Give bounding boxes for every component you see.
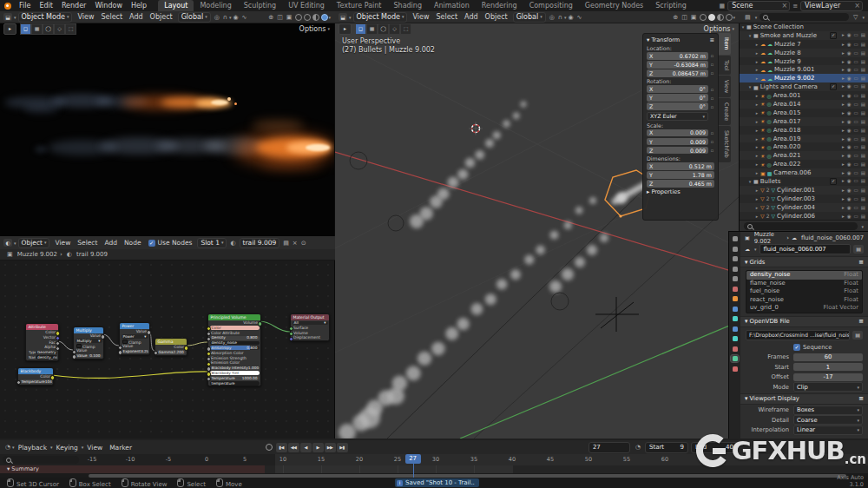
viewport-disable-icon[interactable]: ▭ (854, 170, 858, 175)
node-color-swatch[interactable]: Color (210, 326, 260, 330)
selectable-toggle-icon[interactable]: ▸ (842, 196, 845, 201)
selectable-toggle-icon[interactable]: ▸ (842, 42, 845, 47)
tweak-select-icon[interactable]: ◻ (20, 23, 31, 35)
properties-tab-output[interactable] (731, 255, 739, 262)
output-socket[interactable] (56, 331, 60, 335)
properties-collapsed-header[interactable]: ▸ Properties (647, 188, 714, 195)
outliner-row-area-001[interactable]: ▸☀◎Area.001▸◉▭▤ (740, 91, 868, 100)
use-nodes-checkbox[interactable]: ✓Use Nodes (148, 239, 193, 247)
orientation-dropdown[interactable]: Global▾ (513, 12, 546, 23)
pivot-point-icon[interactable]: ◎ (548, 14, 556, 21)
lasso-select-icon[interactable]: ◇ (389, 23, 400, 35)
outliner-row-scene-collection[interactable]: ▾▦Scene Collection (740, 23, 868, 31)
node-dropdown[interactable]: Power▾ (122, 334, 148, 339)
output-socket[interactable] (258, 321, 262, 326)
hide-eye-icon[interactable]: ◉ (847, 144, 852, 149)
grid-row-fuel-noise[interactable]: fuel_noiseFloat (746, 287, 862, 296)
viewport-disable-icon[interactable]: ▭ (854, 110, 858, 115)
viewport-disable-icon[interactable]: ▭ (854, 128, 858, 133)
viewport-menu-view[interactable]: View (409, 13, 432, 21)
sidebar-tab-sketchfab[interactable]: Sketchfab (719, 126, 731, 162)
viewport-disable-icon[interactable]: ▭ (854, 196, 858, 201)
hide-eye-icon[interactable]: ◉ (847, 50, 852, 56)
scene-selector[interactable]: Scene× (727, 1, 790, 11)
render-disable-icon[interactable]: ▤ (861, 50, 865, 56)
field-value[interactable]: -17 (793, 373, 863, 381)
collection-checkbox[interactable]: ✓ (830, 32, 837, 39)
properties-tab-particles[interactable] (731, 315, 739, 322)
disclosure-icon[interactable]: ▸ (753, 42, 760, 47)
workspace-tab-shading[interactable]: Shading (387, 0, 428, 11)
properties-tab-tool[interactable] (731, 235, 739, 242)
sequence-checkbox[interactable]: ✓Sequence (793, 344, 832, 351)
section-menu-icon[interactable]: ≡ (858, 318, 864, 325)
selectable-toggle-icon[interactable]: ▸ (842, 102, 845, 107)
disclosure-icon[interactable]: ▾ (746, 179, 753, 184)
output-socket[interactable] (56, 346, 60, 351)
properties-tab-constraints[interactable] (731, 335, 739, 342)
selectable-toggle-icon[interactable]: ▸ (842, 76, 845, 81)
selectable-toggle-icon[interactable]: ▸ (842, 136, 845, 142)
properties-tab-material-slots[interactable] (731, 346, 739, 353)
paint-select-icon[interactable]: ⬚ (65, 23, 76, 35)
node-math-multiply[interactable]: MultiplyValueMultiply▾ClampValueValue0.1… (73, 326, 104, 359)
disclosure-icon[interactable]: ▸ (753, 162, 760, 167)
disclosure-icon[interactable]: ▾ (746, 33, 753, 38)
grid-row-react-noise[interactable]: react_noiseFloat (746, 296, 862, 305)
menu-edit[interactable]: Edit (35, 2, 57, 10)
slot-dropdown[interactable]: Slot 1▾ (197, 238, 227, 248)
input-socket[interactable] (72, 354, 76, 359)
viewport-gizmos-icon[interactable]: ⊕ (671, 14, 680, 21)
hide-eye-icon[interactable]: ◉ (847, 205, 852, 210)
field-value[interactable]: 60 (793, 353, 863, 361)
workspace-tab-scripting[interactable]: Scripting (649, 0, 693, 11)
viewport-disable-icon[interactable]: ▭ (854, 205, 858, 210)
node-color-swatch[interactable]: Blackbody Tint (210, 371, 260, 375)
viewport-display-section-header[interactable]: ▾ Viewport Display≡ (740, 393, 868, 405)
render-disable-icon[interactable]: ▤ (861, 110, 865, 115)
workspace-tab-modeling[interactable]: Modeling (194, 0, 237, 11)
outliner-row-muzzle-8[interactable]: ▸☁☁Muzzle 8▸◉▭▤ (740, 49, 868, 57)
hide-eye-icon[interactable]: ◉ (847, 110, 852, 115)
render-disable-icon[interactable]: ▤ (861, 170, 865, 175)
openvdb-section-header[interactable]: ▾ OpenVDB File≡ (740, 316, 868, 327)
disclosure-icon[interactable]: ▾ (740, 24, 746, 30)
current-frame-field[interactable]: 27 (589, 442, 630, 453)
disclosure-icon[interactable]: ▸ (753, 144, 760, 149)
render-disable-icon[interactable]: ▤ (861, 136, 865, 142)
disclosure-icon[interactable]: ▸ (753, 102, 760, 107)
selectable-toggle-icon[interactable]: ▸ (842, 32, 845, 39)
viewport-gizmos-icon[interactable]: ⊕ (266, 14, 275, 21)
render-disable-icon[interactable]: ▤ (861, 144, 865, 149)
disclosure-icon[interactable]: ▸ (753, 93, 760, 98)
playhead-badge[interactable]: 27 (405, 454, 421, 464)
disclosure-icon[interactable]: ▸ (753, 136, 760, 142)
outliner-row-smoke-and-muzzle[interactable]: ▾▦Smoke and Muzzle✓▸◉▭▤ (740, 31, 868, 40)
disclosure-icon[interactable]: ▸ (753, 128, 760, 133)
shading-wireframe-icon[interactable] (295, 14, 302, 21)
field-value[interactable]: 1 (793, 363, 863, 371)
selectable-toggle-icon[interactable]: ▸ (842, 67, 845, 72)
render-disable-icon[interactable]: ▤ (861, 128, 865, 133)
proportional-editing-icon[interactable]: ◉ (566, 14, 575, 21)
timeline-ruler[interactable]: -15-10-505101520253035404550556065 (0, 454, 868, 465)
viewport-disable-icon[interactable]: ▭ (854, 102, 858, 107)
data-search-input[interactable] (744, 222, 858, 230)
hide-eye-icon[interactable]: ◉ (847, 42, 852, 47)
lock-icon[interactable]: ▫ (710, 139, 714, 144)
lock-icon[interactable]: ▫ (710, 62, 714, 67)
next-keyframe-button[interactable]: ▶▶ (325, 443, 336, 452)
render-disable-icon[interactable]: ▤ (861, 153, 865, 158)
hide-eye-icon[interactable]: ◉ (847, 170, 852, 175)
properties-tab-physics[interactable] (731, 326, 739, 333)
hide-eye-icon[interactable]: ◉ (847, 178, 852, 185)
disclosure-icon[interactable]: ▸ (753, 67, 760, 72)
render-viewport-menu-add[interactable]: Add (126, 13, 147, 21)
render-disable-icon[interactable]: ▤ (861, 188, 865, 193)
selectable-toggle-icon[interactable]: ▸ (842, 188, 845, 193)
viewport-disable-icon[interactable]: ▭ (854, 153, 858, 158)
rotation-field[interactable]: Z0° (647, 102, 708, 110)
input-socket[interactable] (118, 350, 122, 354)
editor-type-icon[interactable]: ⬓ (339, 13, 347, 21)
collection-checkbox[interactable]: ✓ (830, 83, 837, 90)
